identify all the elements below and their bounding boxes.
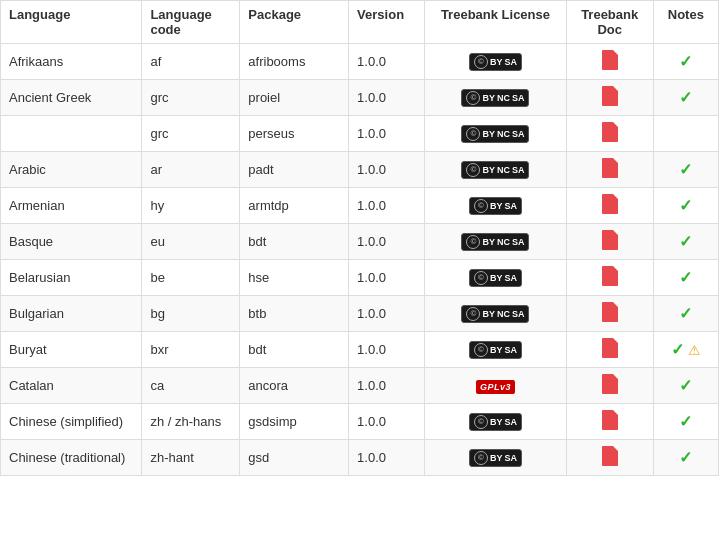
license-badge[interactable]: © BY NC SA: [461, 125, 529, 143]
doc-icon[interactable]: [602, 410, 618, 430]
cell-license: © BY SA: [425, 260, 566, 296]
license-badge[interactable]: © BY NC SA: [461, 161, 529, 179]
cell-langcode: ar: [142, 152, 240, 188]
cell-version: 1.0.0: [349, 332, 425, 368]
cell-langcode: eu: [142, 224, 240, 260]
license-badge[interactable]: © BY NC SA: [461, 305, 529, 323]
license-badge[interactable]: © BY SA: [469, 341, 522, 359]
cell-doc: [566, 116, 653, 152]
cell-language: Armenian: [1, 188, 142, 224]
table-row: Chinese (simplified) zh / zh-hans gsdsim…: [1, 404, 719, 440]
license-badge[interactable]: © BY SA: [469, 269, 522, 287]
doc-icon[interactable]: [602, 194, 618, 214]
cell-language: Chinese (simplified): [1, 404, 142, 440]
cell-language: Chinese (traditional): [1, 440, 142, 476]
check-icon: ✓: [679, 377, 692, 394]
cell-license: © BY SA: [425, 44, 566, 80]
table-row: Basque eu bdt 1.0.0 © BY NC SA ✓: [1, 224, 719, 260]
table-row: Chinese (traditional) zh-hant gsd 1.0.0 …: [1, 440, 719, 476]
cell-langcode: ca: [142, 368, 240, 404]
check-icon: ✓: [679, 305, 692, 322]
doc-icon[interactable]: [602, 50, 618, 70]
cell-license: © BY NC SA: [425, 296, 566, 332]
license-badge[interactable]: GPLv3: [476, 380, 515, 394]
header-language-code: Language code: [142, 1, 240, 44]
cell-langcode: zh / zh-hans: [142, 404, 240, 440]
cell-version: 1.0.0: [349, 404, 425, 440]
cell-language: Basque: [1, 224, 142, 260]
doc-icon[interactable]: [602, 122, 618, 142]
cell-license: © BY SA: [425, 332, 566, 368]
header-version: Version: [349, 1, 425, 44]
cell-package: bdt: [240, 224, 349, 260]
cell-doc: [566, 296, 653, 332]
table-row: Buryat bxr bdt 1.0.0 © BY SA ✓ ⚠: [1, 332, 719, 368]
cell-language: Ancient Greek: [1, 80, 142, 116]
cell-version: 1.0.0: [349, 368, 425, 404]
table-row: Catalan ca ancora 1.0.0 GPLv3 ✓: [1, 368, 719, 404]
doc-icon[interactable]: [602, 338, 618, 358]
cell-doc: [566, 368, 653, 404]
cell-langcode: bg: [142, 296, 240, 332]
cell-notes: ✓: [653, 296, 718, 332]
language-table: Language Language code Package Version T…: [0, 0, 719, 476]
table-row: Afrikaans af afribooms 1.0.0 © BY SA ✓: [1, 44, 719, 80]
license-badge[interactable]: © BY SA: [469, 413, 522, 431]
cell-license: © BY NC SA: [425, 224, 566, 260]
doc-icon[interactable]: [602, 158, 618, 178]
cell-version: 1.0.0: [349, 296, 425, 332]
license-badge[interactable]: © BY SA: [469, 449, 522, 467]
table-row: Belarusian be hse 1.0.0 © BY SA ✓: [1, 260, 719, 296]
cell-package: hse: [240, 260, 349, 296]
cell-package: ancora: [240, 368, 349, 404]
license-badge[interactable]: © BY NC SA: [461, 233, 529, 251]
cell-package: padt: [240, 152, 349, 188]
cell-doc: [566, 224, 653, 260]
check-icon: ✓: [679, 161, 692, 178]
license-badge[interactable]: © BY SA: [469, 53, 522, 71]
cell-version: 1.0.0: [349, 116, 425, 152]
cell-doc: [566, 260, 653, 296]
cell-doc: [566, 440, 653, 476]
cell-doc: [566, 332, 653, 368]
cell-notes: ✓: [653, 80, 718, 116]
cell-doc: [566, 152, 653, 188]
header-treebank-license: Treebank License: [425, 1, 566, 44]
cell-version: 1.0.0: [349, 152, 425, 188]
doc-icon[interactable]: [602, 302, 618, 322]
header-notes: Notes: [653, 1, 718, 44]
check-icon: ✓: [679, 269, 692, 286]
cell-language: Belarusian: [1, 260, 142, 296]
check-icon: ✓: [679, 233, 692, 250]
doc-icon[interactable]: [602, 266, 618, 286]
cell-notes: ✓: [653, 188, 718, 224]
doc-icon[interactable]: [602, 230, 618, 250]
doc-icon[interactable]: [602, 86, 618, 106]
doc-icon[interactable]: [602, 374, 618, 394]
cell-license: © BY SA: [425, 188, 566, 224]
cell-notes: ✓: [653, 152, 718, 188]
license-badge[interactable]: © BY SA: [469, 197, 522, 215]
cell-language: [1, 116, 142, 152]
cell-package: bdt: [240, 332, 349, 368]
cell-language: Catalan: [1, 368, 142, 404]
cell-version: 1.0.0: [349, 224, 425, 260]
cell-license: © BY NC SA: [425, 116, 566, 152]
cell-version: 1.0.0: [349, 440, 425, 476]
cell-langcode: bxr: [142, 332, 240, 368]
cell-langcode: zh-hant: [142, 440, 240, 476]
license-badge[interactable]: © BY NC SA: [461, 89, 529, 107]
cell-langcode: be: [142, 260, 240, 296]
cell-language: Afrikaans: [1, 44, 142, 80]
cell-notes: ✓: [653, 440, 718, 476]
cell-notes: ✓: [653, 224, 718, 260]
doc-icon[interactable]: [602, 446, 618, 466]
table-row: Armenian hy armtdp 1.0.0 © BY SA ✓: [1, 188, 719, 224]
cell-package: btb: [240, 296, 349, 332]
cell-license: © BY SA: [425, 404, 566, 440]
cell-language: Arabic: [1, 152, 142, 188]
cell-langcode: grc: [142, 116, 240, 152]
table-row: grc perseus 1.0.0 © BY NC SA: [1, 116, 719, 152]
check-icon: ✓: [679, 53, 692, 70]
cell-doc: [566, 404, 653, 440]
